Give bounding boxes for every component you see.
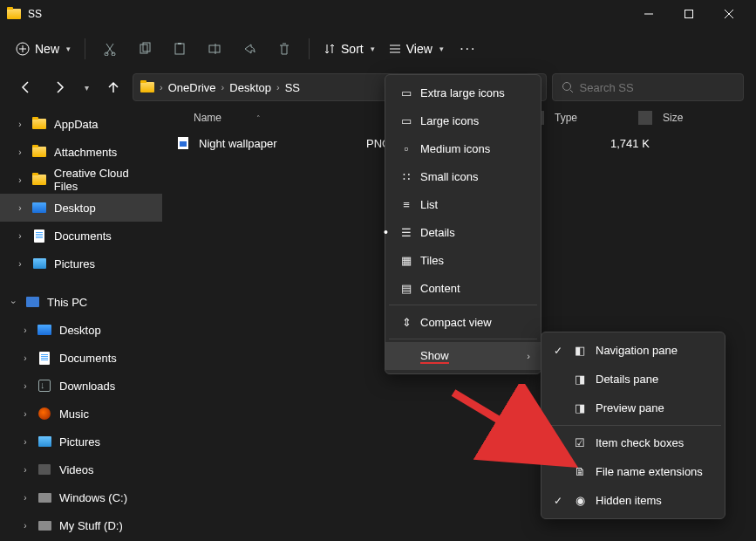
- sidebar-item-pc-music[interactable]: ›Music: [0, 400, 162, 428]
- sort-label: Sort: [341, 42, 364, 56]
- folder-icon: [140, 82, 154, 92]
- sidebar-item-attachments[interactable]: ›Attachments: [0, 138, 162, 166]
- maximize-button[interactable]: [669, 0, 709, 28]
- sidebar-item-pictures[interactable]: ›Pictures: [0, 250, 162, 277]
- menu-large-icons[interactable]: ▭Large icons: [385, 106, 541, 134]
- view-label: View: [406, 42, 432, 56]
- sidebar-item-appdata[interactable]: ›AppData: [0, 110, 162, 138]
- sidebar-item-documents[interactable]: ›Documents: [0, 222, 162, 250]
- view-dropdown-menu: ▭Extra large icons ▭Large icons ▫Medium …: [385, 74, 541, 374]
- menu-extra-large-icons[interactable]: ▭Extra large icons: [385, 79, 541, 106]
- svg-rect-21: [180, 141, 187, 147]
- file-name: Night wallpaper: [199, 137, 366, 150]
- rename-button[interactable]: [199, 33, 230, 65]
- sidebar-item-this-pc[interactable]: ›This PC: [0, 288, 162, 316]
- paste-button[interactable]: [164, 33, 195, 65]
- sidebar-item-pc-downloads[interactable]: ›Downloads: [0, 372, 162, 400]
- cut-button[interactable]: [94, 33, 126, 65]
- paste-icon: [173, 42, 187, 56]
- new-label: New: [35, 42, 59, 56]
- col-type[interactable]: Type: [548, 112, 635, 124]
- crumb-desktop[interactable]: Desktop: [229, 81, 271, 94]
- sidebar-item-pc-videos[interactable]: ›Videos: [0, 455, 162, 483]
- svg-rect-1: [685, 10, 693, 18]
- file-icon: [176, 136, 190, 150]
- sort-icon: [324, 43, 336, 55]
- svg-point-18: [563, 83, 571, 91]
- search-input[interactable]: [580, 81, 734, 94]
- copy-button[interactable]: [129, 33, 160, 65]
- more-button[interactable]: ···: [453, 33, 484, 65]
- sort-button[interactable]: Sort▾: [318, 33, 380, 65]
- col-name[interactable]: Name˄: [187, 112, 361, 124]
- new-button[interactable]: New▾: [10, 33, 76, 65]
- show-submenu: ✓◧Navigation pane ◨Details pane ◨Preview…: [541, 332, 725, 519]
- menu-file-name-extensions[interactable]: 🗎File name extensions: [541, 457, 725, 486]
- search-box[interactable]: [552, 73, 744, 101]
- close-button[interactable]: [709, 0, 749, 28]
- toolbar: New▾ Sort▾ View▾ ···: [0, 28, 756, 70]
- menu-content[interactable]: ▤Content: [385, 274, 541, 302]
- menu-list[interactable]: ≡List: [385, 190, 541, 218]
- sidebar-item-desktop[interactable]: ›Desktop: [0, 194, 162, 222]
- window-title: SS: [28, 8, 42, 20]
- menu-preview-pane[interactable]: ◨Preview pane: [541, 394, 725, 422]
- menu-medium-icons[interactable]: ▫Medium icons: [385, 134, 541, 162]
- menu-details[interactable]: •☰Details: [385, 218, 541, 246]
- forward-button[interactable]: [45, 73, 73, 101]
- sidebar-item-pc-d-drive[interactable]: ›My Stuff (D:): [0, 511, 162, 539]
- back-button[interactable]: [12, 73, 40, 101]
- address-bar: ▾ › OneDrive › Desktop › SS: [0, 70, 756, 105]
- rename-icon: [208, 42, 221, 56]
- svg-rect-13: [209, 45, 220, 52]
- sidebar-item-pc-pictures[interactable]: ›Pictures: [0, 428, 162, 455]
- cut-icon: [103, 42, 117, 56]
- sidebar-item-pc-c-drive[interactable]: ›Windows (C:): [0, 483, 162, 511]
- trash-icon: [277, 42, 291, 56]
- title-bar: SS: [0, 0, 756, 28]
- copy-icon: [138, 42, 152, 56]
- menu-hidden-items[interactable]: ✓◉Hidden items: [541, 486, 725, 515]
- menu-details-pane[interactable]: ◨Details pane: [541, 365, 725, 394]
- sidebar-item-pc-documents[interactable]: ›Documents: [0, 344, 162, 372]
- menu-show[interactable]: Show›: [385, 342, 541, 370]
- menu-compact-view[interactable]: ⇕Compact view: [385, 308, 541, 336]
- col-size[interactable]: Size: [656, 112, 708, 124]
- minimize-button[interactable]: [629, 0, 669, 28]
- delete-button[interactable]: [269, 33, 300, 65]
- crumb-ss[interactable]: SS: [285, 81, 300, 94]
- share-button[interactable]: [234, 33, 265, 65]
- crumb-onedrive[interactable]: OneDrive: [168, 81, 216, 94]
- folder-icon: [7, 9, 21, 19]
- up-button[interactable]: [99, 73, 127, 101]
- view-icon: [389, 43, 401, 55]
- share-icon: [242, 42, 256, 56]
- sidebar-item-creative-cloud[interactable]: ›Creative Cloud Files: [0, 166, 162, 194]
- menu-small-icons[interactable]: ∷Small icons: [385, 162, 541, 190]
- search-icon: [562, 81, 573, 93]
- menu-tiles[interactable]: ▦Tiles: [385, 246, 541, 274]
- svg-rect-12: [178, 43, 181, 45]
- menu-item-check-boxes[interactable]: ☑Item check boxes: [541, 428, 725, 457]
- plus-circle-icon: [16, 42, 30, 56]
- file-size: 1,741 K: [610, 137, 650, 150]
- sidebar-item-pc-desktop[interactable]: ›Desktop: [0, 316, 162, 344]
- menu-navigation-pane[interactable]: ✓◧Navigation pane: [541, 336, 725, 365]
- view-button[interactable]: View▾: [384, 33, 449, 65]
- recent-button[interactable]: ▾: [78, 73, 94, 101]
- sidebar: ›AppData ›Attachments ›Creative Cloud Fi…: [0, 105, 162, 541]
- svg-line-19: [570, 90, 573, 92]
- svg-rect-11: [175, 44, 184, 54]
